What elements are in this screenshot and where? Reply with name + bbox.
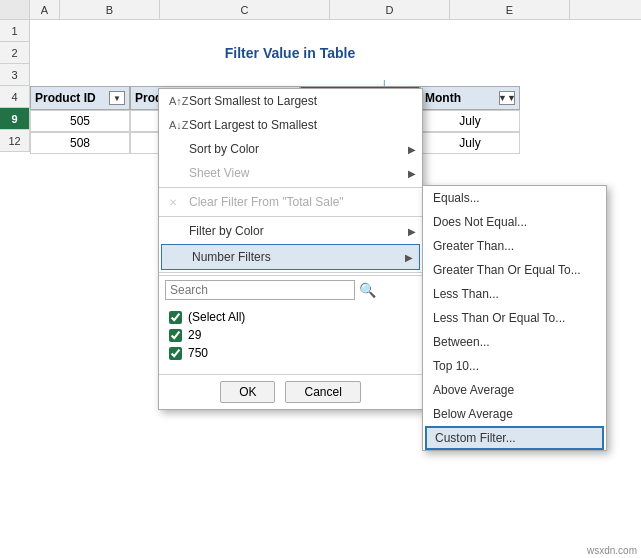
row-num-2: 2 bbox=[0, 42, 30, 64]
column-headers: A B C D E bbox=[0, 0, 641, 20]
cell-pid-1: 505 bbox=[30, 110, 130, 132]
checkbox-select-all[interactable]: (Select All) bbox=[169, 308, 412, 326]
submenu-between-label: Between... bbox=[433, 335, 490, 349]
submenu-greater-than-label: Greater Than... bbox=[433, 239, 514, 253]
submenu-less-equal-label: Less Than Or Equal To... bbox=[433, 311, 565, 325]
submenu-equals[interactable]: Equals... bbox=[423, 186, 606, 210]
checkbox-select-all-label: (Select All) bbox=[188, 310, 245, 324]
title-row: Filter Value in Table bbox=[100, 42, 480, 64]
submenu-greater-equal[interactable]: Greater Than Or Equal To... bbox=[423, 258, 606, 282]
menu-sheet-view-label: Sheet View bbox=[189, 166, 250, 180]
menu-filter-color-label: Filter by Color bbox=[189, 224, 264, 238]
checkbox-29[interactable]: 29 bbox=[169, 326, 412, 344]
arrow-right-icon-4: ▶ bbox=[405, 252, 413, 263]
submenu-less-than[interactable]: Less Than... bbox=[423, 282, 606, 306]
row-num-12: 12 bbox=[0, 130, 30, 152]
submenu-equals-label: Equals... bbox=[433, 191, 480, 205]
menu-separator-1 bbox=[159, 187, 422, 188]
corner-header bbox=[0, 0, 30, 19]
checkbox-29-label: 29 bbox=[188, 328, 201, 342]
menu-sort-desc[interactable]: A↓Z Sort Largest to Smallest bbox=[159, 113, 422, 137]
submenu-less-equal[interactable]: Less Than Or Equal To... bbox=[423, 306, 606, 330]
watermark: wsxdn.com bbox=[587, 545, 637, 556]
menu-sheet-view: Sheet View ▶ bbox=[159, 161, 422, 185]
menu-sort-asc-label: Sort Smallest to Largest bbox=[189, 94, 317, 108]
clear-filter-icon: ✕ bbox=[169, 197, 185, 208]
spreadsheet: A B C D E 1 2 3 4 9 12 Filter Value in T… bbox=[0, 0, 641, 558]
page-title: Filter Value in Table bbox=[225, 45, 355, 61]
search-area: 🔍 bbox=[159, 275, 422, 304]
menu-number-filters[interactable]: Number Filters ▶ bbox=[161, 244, 420, 270]
row-num-1: 1 bbox=[0, 20, 30, 42]
menu-filter-color[interactable]: Filter by Color ▶ bbox=[159, 219, 422, 243]
submenu-greater-equal-label: Greater Than Or Equal To... bbox=[433, 263, 581, 277]
submenu-custom-filter-label: Custom Filter... bbox=[435, 431, 516, 445]
context-menu: A↑Z Sort Smallest to Largest A↓Z Sort La… bbox=[158, 88, 423, 410]
cancel-button[interactable]: Cancel bbox=[285, 381, 360, 403]
number-filters-submenu: Equals... Does Not Equal... Greater Than… bbox=[422, 185, 607, 451]
checkbox-750[interactable]: 750 bbox=[169, 344, 412, 362]
submenu-top10[interactable]: Top 10... bbox=[423, 354, 606, 378]
submenu-between[interactable]: Between... bbox=[423, 330, 606, 354]
col-header-b: B bbox=[60, 0, 160, 19]
col-header-d: D bbox=[330, 0, 450, 19]
submenu-less-than-label: Less Than... bbox=[433, 287, 499, 301]
checkbox-select-all-input[interactable] bbox=[169, 311, 182, 324]
col-header-month: Month ▼▼ bbox=[420, 86, 520, 110]
col-header-a: A bbox=[30, 0, 60, 19]
cell-pid-2: 508 bbox=[30, 132, 130, 154]
filter-arrow-month[interactable]: ▼▼ bbox=[499, 91, 515, 105]
arrow-right-icon: ▶ bbox=[408, 144, 416, 155]
col-header-product-id-label: Product ID bbox=[35, 91, 96, 105]
row-num-9: 9 bbox=[0, 108, 30, 130]
submenu-custom-filter[interactable]: Custom Filter... bbox=[425, 426, 604, 450]
checkbox-750-label: 750 bbox=[188, 346, 208, 360]
submenu-above-avg[interactable]: Above Average bbox=[423, 378, 606, 402]
row-num-3: 3 bbox=[0, 64, 30, 86]
row-numbers: 1 2 3 4 9 12 bbox=[0, 20, 30, 152]
row-num-4: 4 bbox=[0, 86, 30, 108]
menu-separator-3 bbox=[159, 272, 422, 273]
checkbox-750-input[interactable] bbox=[169, 347, 182, 360]
submenu-below-avg-label: Below Average bbox=[433, 407, 513, 421]
filter-arrow-product-id[interactable]: ▼ bbox=[109, 91, 125, 105]
col-header-c: C bbox=[160, 0, 330, 19]
submenu-greater-than[interactable]: Greater Than... bbox=[423, 234, 606, 258]
sort-asc-icon: A↑Z bbox=[169, 95, 185, 107]
cell-month-2: July bbox=[420, 132, 520, 154]
submenu-not-equal-label: Does Not Equal... bbox=[433, 215, 527, 229]
submenu-not-equal[interactable]: Does Not Equal... bbox=[423, 210, 606, 234]
arrow-right-icon-2: ▶ bbox=[408, 168, 416, 179]
cell-month-1: July bbox=[420, 110, 520, 132]
col-header-e: E bbox=[450, 0, 570, 19]
menu-number-filters-label: Number Filters bbox=[192, 250, 271, 264]
menu-sort-color-label: Sort by Color bbox=[189, 142, 259, 156]
ok-button[interactable]: OK bbox=[220, 381, 275, 403]
menu-clear-filter: ✕ Clear Filter From "Total Sale" bbox=[159, 190, 422, 214]
menu-sort-color[interactable]: Sort by Color ▶ bbox=[159, 137, 422, 161]
checkbox-29-input[interactable] bbox=[169, 329, 182, 342]
arrow-right-icon-3: ▶ bbox=[408, 226, 416, 237]
submenu-above-avg-label: Above Average bbox=[433, 383, 514, 397]
col-header-product-id: Product ID ▼ bbox=[30, 86, 130, 110]
menu-footer: OK Cancel bbox=[159, 374, 422, 409]
menu-sort-desc-label: Sort Largest to Smallest bbox=[189, 118, 317, 132]
submenu-below-avg[interactable]: Below Average bbox=[423, 402, 606, 426]
checkbox-list: (Select All) 29 750 bbox=[159, 304, 422, 374]
submenu-top10-label: Top 10... bbox=[433, 359, 479, 373]
menu-sort-asc[interactable]: A↑Z Sort Smallest to Largest bbox=[159, 89, 422, 113]
menu-separator-2 bbox=[159, 216, 422, 217]
col-header-month-label: Month bbox=[425, 91, 461, 105]
menu-clear-filter-label: Clear Filter From "Total Sale" bbox=[189, 195, 344, 209]
search-icon[interactable]: 🔍 bbox=[359, 282, 376, 298]
sort-desc-icon: A↓Z bbox=[169, 119, 185, 131]
search-input[interactable] bbox=[165, 280, 355, 300]
